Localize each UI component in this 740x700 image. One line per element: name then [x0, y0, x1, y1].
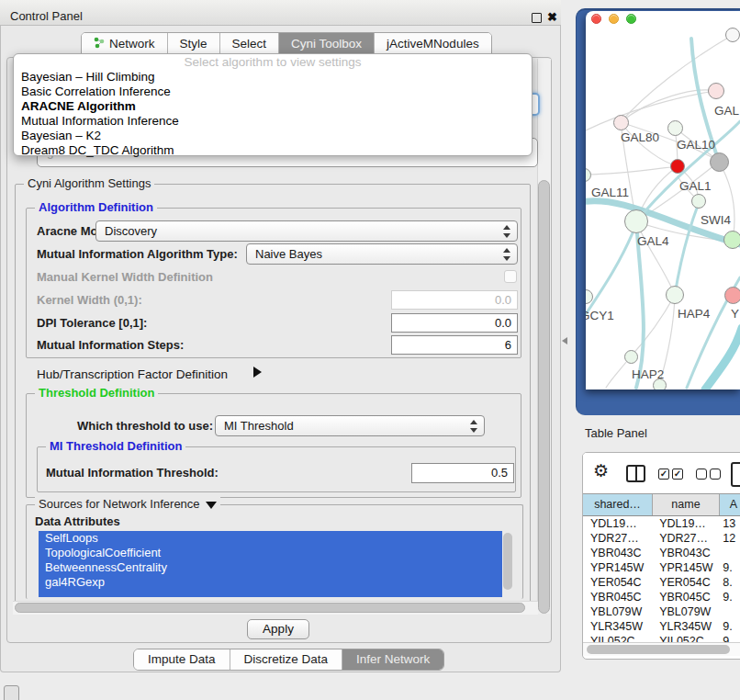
unchecked-checkbox-icon[interactable]	[710, 469, 721, 480]
table-cell: YBR043C	[583, 546, 652, 560]
kernel-width-field[interactable]: 0.0	[391, 290, 518, 310]
tab-jactivemnodules[interactable]: jActiveMNodules	[375, 33, 491, 54]
which-threshold-value: MI Threshold	[224, 419, 294, 433]
table-row[interactable]: YDR27…YDR27…12	[583, 531, 740, 546]
column-header[interactable]: shared…	[583, 494, 653, 515]
network-node[interactable]	[653, 378, 667, 390]
algorithm-option[interactable]: Dream8 DC_TDC Algorithm	[14, 143, 532, 158]
list-item[interactable]: SelfLoops	[39, 531, 502, 546]
table-row[interactable]: YBR045CYBR045C9.	[583, 590, 740, 604]
bottom-tabs: Impute DataDiscretize DataInfer Network	[133, 649, 444, 671]
mi-type-label: Mutual Information Algorithm Type:	[37, 243, 238, 265]
column-header[interactable]: name	[653, 494, 720, 515]
apply-button[interactable]: Apply	[247, 619, 309, 639]
tab-select[interactable]: Select	[220, 33, 280, 54]
algorithm-option[interactable]: ARACNE Algorithm	[14, 99, 532, 114]
checked-checkbox-icon[interactable]: ✓	[672, 469, 683, 480]
sources-title: Sources for Network Inference	[35, 497, 220, 512]
table-hscrollbar-track[interactable]	[583, 642, 740, 656]
network-node-gal10[interactable]	[667, 120, 683, 136]
close-traffic-light-icon[interactable]	[591, 14, 601, 24]
network-node-gal80[interactable]	[613, 115, 629, 130]
node-label: GAL10	[677, 138, 715, 152]
expand-arrow-icon[interactable]	[253, 367, 262, 378]
table-row[interactable]: YBR043CYBR043C	[583, 546, 740, 560]
network-node-hap4[interactable]	[666, 286, 684, 304]
tab-style[interactable]: Style	[168, 33, 220, 54]
data-attributes-list[interactable]: SelfLoopsTopologicalCoefficientBetweenne…	[39, 531, 502, 597]
which-threshold-combo[interactable]: MI Threshold	[215, 415, 485, 436]
tab-impute-data[interactable]: Impute Data	[134, 649, 230, 670]
table-cell: YBR045C	[583, 590, 652, 604]
network-node-swi4[interactable]	[723, 231, 740, 249]
table-cell	[718, 546, 740, 560]
column-header[interactable]: A	[720, 494, 740, 515]
network-node-gal[interactable]	[708, 83, 724, 99]
list-item[interactable]: TopologicalCoefficient	[39, 546, 502, 560]
collapse-arrow-icon[interactable]	[206, 502, 217, 509]
network-node[interactable]	[725, 28, 740, 42]
columns-icon[interactable]	[626, 465, 645, 482]
tab-cyni-toolbox[interactable]: Cyni Toolbox	[279, 33, 375, 54]
tab-discretize-data[interactable]: Discretize Data	[230, 649, 343, 670]
minimize-traffic-light-icon[interactable]	[609, 14, 619, 24]
network-node-gal4[interactable]	[624, 209, 648, 233]
stepper-icon	[469, 420, 477, 433]
table-hscrollbar-thumb[interactable]	[587, 645, 730, 654]
aracne-mode-combo[interactable]: Discovery	[95, 220, 518, 242]
table-cell: YDR27…	[583, 531, 652, 546]
tab-network[interactable]: Network	[82, 33, 168, 54]
stepper-icon	[502, 248, 510, 261]
algorithm-option[interactable]: Bayesian – Hill Climbing	[14, 70, 532, 85]
network-node-y[interactable]	[724, 287, 740, 304]
network-icon	[94, 37, 105, 51]
document-icon[interactable]	[731, 462, 740, 487]
algorithm-option[interactable]: Bayesian – K2	[14, 129, 532, 143]
mi-threshold-field[interactable]: 0.5	[411, 463, 514, 483]
network-node[interactable]	[670, 159, 685, 174]
checked-checkbox-icon[interactable]: ✓	[658, 469, 669, 480]
mi-steps-field[interactable]: 6	[391, 335, 518, 355]
tab-infer-network[interactable]: Infer Network	[342, 649, 443, 670]
mi-type-combo[interactable]: Naive Bayes	[246, 243, 518, 265]
table-cell: YBR043C	[652, 546, 718, 560]
list-scrollbar[interactable]	[503, 533, 512, 590]
zoom-traffic-light-icon[interactable]	[626, 14, 636, 24]
minimized-panel-icon[interactable]	[4, 685, 19, 700]
table-row[interactable]: YPR145WYPR145W9.	[583, 560, 740, 575]
table-cell: YBL079W	[583, 604, 652, 619]
hub-section-label[interactable]: Hub/Transcription Factor Definition	[37, 366, 228, 384]
panel-divider-handle[interactable]	[562, 337, 567, 344]
algorithm-option[interactable]: Mutual Information Inference	[14, 114, 532, 129]
network-node-hap2[interactable]	[624, 350, 638, 364]
mi-threshold-label: Mutual Information Threshold:	[46, 462, 219, 483]
table-row[interactable]: YER054CYER054C8.	[583, 575, 740, 590]
table-cell: YBL079W	[652, 604, 718, 619]
manual-kernel-checkbox[interactable]	[504, 270, 517, 283]
table-cell: YDL19…	[652, 516, 718, 531]
list-item[interactable]: BetweennessCentrality	[39, 560, 502, 575]
algorithm-option[interactable]: Basic Correlation Inference	[14, 85, 532, 99]
mi-steps-label: Mutual Information Steps:	[37, 334, 184, 356]
vertical-scrollbar-thumb[interactable]	[538, 180, 550, 614]
network-canvas[interactable]: GALGAL80GAL10GAL11GAL1SWI4GAL4GCY1HAP4YH…	[586, 11, 740, 390]
network-node[interactable]	[710, 152, 729, 172]
node-label: GAL4	[637, 234, 669, 248]
table-cell: 9.	[718, 560, 740, 575]
table-row[interactable]: YDL19…YDL19…13	[583, 516, 740, 531]
horizontal-scrollbar-thumb[interactable]	[15, 603, 525, 613]
table-cell: 9.	[718, 590, 740, 604]
table-row[interactable]: YBL079WYBL079W	[583, 604, 740, 619]
unchecked-checkbox-icon[interactable]	[696, 469, 707, 480]
gear-icon[interactable]: ⚙	[593, 460, 609, 481]
network-node-gal1[interactable]	[691, 194, 706, 209]
aracne-mode-value: Discovery	[105, 224, 157, 238]
close-icon[interactable]: ✖	[547, 10, 557, 24]
float-window-icon[interactable]	[532, 13, 542, 23]
table-cell: 9.	[718, 619, 740, 634]
list-item[interactable]: gal4RGexp	[39, 575, 502, 590]
table-cell: YPR145W	[652, 560, 718, 575]
node-label: GAL11	[591, 186, 629, 199]
table-row[interactable]: YLR345WYLR345W9.	[583, 619, 740, 634]
dpi-tolerance-field[interactable]: 0.0	[391, 313, 518, 333]
